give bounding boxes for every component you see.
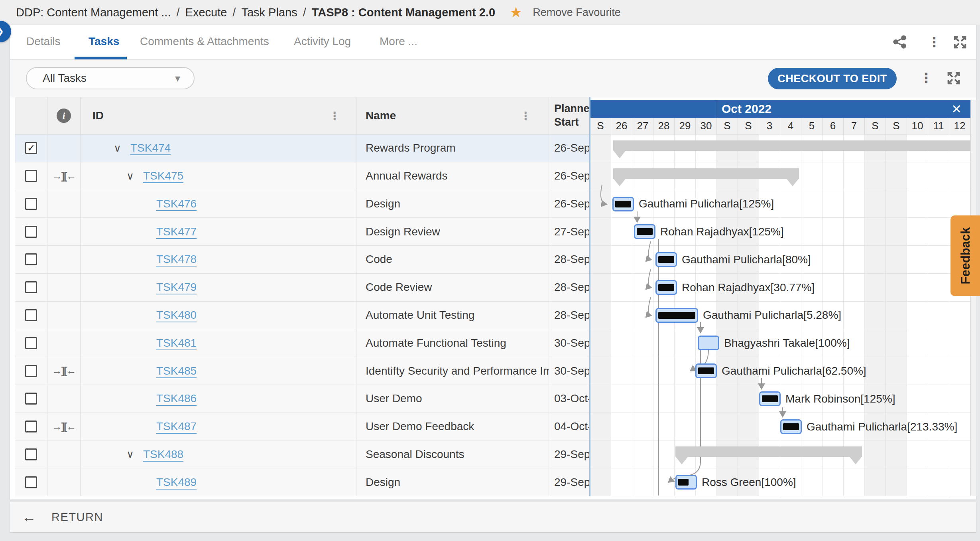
table-row[interactable]: TSK486 User Demo 03-Oct- [15,385,590,413]
row-checkbox[interactable] [25,476,37,488]
breadcrumb-segment[interactable]: DDP: Content Management ... [16,6,171,19]
task-link[interactable]: TSK485 [156,365,197,377]
table-row[interactable]: TSK480 Automate Unit Testing 28-Sep- [15,302,590,330]
star-icon[interactable]: ★ [510,5,522,20]
row-checkbox[interactable] [25,170,37,182]
tab-comments-attachments[interactable]: Comments & Attachments [140,35,269,48]
favourite-toggle[interactable]: ★ Remove Favourite [510,5,621,20]
task-link[interactable]: TSK474 [130,142,171,154]
table-row[interactable]: →][← TSK485 Identifty Security and Perfo… [15,357,590,385]
planned-start-column-header[interactable]: Planne Start [549,97,590,134]
fullscreen-icon[interactable] [952,34,968,50]
table-row[interactable]: TSK481 Automate Functional Testing 30-Se… [15,329,590,357]
tab-activity-log[interactable]: Activity Log [294,35,351,48]
feedback-tab[interactable]: Feedback [950,215,980,296]
breadcrumb-segment[interactable]: Task Plans [241,6,297,19]
gantt-bar[interactable] [655,280,677,295]
name-cell: User Demo Feedback [356,413,549,440]
row-checkbox[interactable] [25,253,37,265]
task-link[interactable]: TSK487 [156,420,197,433]
task-link[interactable]: TSK488 [143,448,183,461]
task-link[interactable]: TSK486 [156,392,197,405]
collapse-chevron-icon[interactable]: ∨ [114,142,130,154]
tab-tasks[interactable]: Tasks [89,35,119,48]
table-row[interactable]: TSK489 Design 29-Sep- [15,468,590,496]
task-link[interactable]: TSK479 [156,281,197,294]
gantt-bar[interactable] [655,308,698,323]
id-column-header[interactable]: ID ⋮ [81,97,356,134]
table-row[interactable]: TSK478 Code 28-Sep- [15,246,590,274]
summary-bar[interactable] [613,168,799,179]
gantt-bar[interactable] [698,336,719,350]
task-filter-dropdown[interactable]: All Tasks ▾ [26,67,195,89]
table-row[interactable]: TSK477 Design Review 27-Sep- [15,218,590,246]
id-column-menu-icon[interactable]: ⋮ [329,109,340,122]
share-icon[interactable] [892,34,907,49]
name-column-header[interactable]: Name ⋮ [356,97,549,134]
row-checkbox[interactable] [25,281,37,293]
planned-start-cell: 29-Sep- [549,440,590,468]
tab-details[interactable]: Details [26,35,61,48]
gantt-bar[interactable] [759,391,781,406]
name-cell: Design Review [356,218,549,245]
info-cell [47,218,81,245]
task-link[interactable]: TSK477 [156,225,197,238]
gantt-day-header: S 26 27 28 29 30 S S 3 4 5 6 7 S S 10 11… [590,118,970,134]
row-checkbox[interactable] [25,448,37,460]
summary-bar[interactable] [675,446,862,457]
task-link[interactable]: TSK476 [156,197,197,210]
row-checkbox[interactable] [25,337,37,349]
more-options-icon[interactable]: ⋮ [927,35,941,49]
back-arrow-icon[interactable]: ← [22,509,36,525]
table-row[interactable]: ✓ ∨TSK474 Rewards Program 26-Sep- [15,134,590,162]
planned-start-cell: 28-Sep- [549,274,590,301]
task-link[interactable]: TSK480 [156,309,197,322]
gantt-bar[interactable] [634,224,655,239]
return-label[interactable]: RETURN [51,511,103,524]
task-link[interactable]: TSK475 [143,170,183,182]
summary-bar[interactable] [613,140,970,151]
gantt-bar[interactable] [612,197,634,211]
row-checkbox[interactable]: ✓ [25,142,37,154]
close-gantt-icon[interactable]: ✕ [951,102,962,116]
row-checkbox[interactable] [25,365,37,377]
planned-start-value: 04-Oct- [554,420,590,433]
table-row[interactable]: →][← ∨TSK475 Annual Rewards 26-Sep- [15,162,590,190]
row-checkbox[interactable] [25,198,37,210]
collapse-chevron-icon[interactable]: ∨ [126,448,143,460]
tab-more[interactable]: More ... [380,35,417,48]
favourite-label[interactable]: Remove Favourite [533,6,621,19]
toolbar-more-options-icon[interactable]: ⋮ [919,71,933,85]
table-row[interactable]: →][← TSK487 User Demo Feedback 04-Oct- [15,413,590,441]
gantt-bar[interactable] [655,252,677,267]
table-row[interactable]: ∨TSK488 Seasonal Discounts 29-Sep- [15,440,590,468]
info-icon: i [57,109,71,123]
table-row[interactable]: TSK476 Design 26-Sep- [15,190,590,218]
collapse-chevron-icon[interactable]: ∨ [126,170,143,182]
vertical-scrollbar[interactable] [970,100,976,496]
name-column-menu-icon[interactable]: ⋮ [520,109,531,122]
task-link[interactable]: TSK489 [156,476,197,489]
table-row[interactable]: TSK479 Code Review 28-Sep- [15,274,590,302]
gantt-bar[interactable] [780,419,802,434]
gantt-bar-label: Gauthami Pulicharla[62.50%] [722,357,866,385]
row-checkbox[interactable] [25,226,37,238]
return-bar[interactable]: ← RETURN [10,502,976,532]
active-tab-indicator [75,57,127,59]
feedback-label: Feedback [958,227,972,284]
gantt-bar[interactable] [695,363,717,378]
task-name: Automate Functional Testing [366,337,506,349]
row-checkbox[interactable] [25,393,37,405]
checkout-to-edit-button[interactable]: CHECKOUT TO EDIT [768,68,897,89]
row-checkbox[interactable] [25,309,37,321]
day-header-cell: 30 [696,118,717,134]
gantt-bar-label: Mark Robinson[125%] [785,385,895,413]
gantt-bar[interactable] [675,475,697,490]
task-link[interactable]: TSK481 [156,337,197,349]
toolbar-fullscreen-icon[interactable] [946,70,962,86]
task-link[interactable]: TSK478 [156,253,197,266]
breadcrumb-segment[interactable]: Execute [185,6,227,19]
checkbox-cell [15,190,47,218]
breadcrumb-separator: / [232,6,236,19]
row-checkbox[interactable] [25,421,37,432]
